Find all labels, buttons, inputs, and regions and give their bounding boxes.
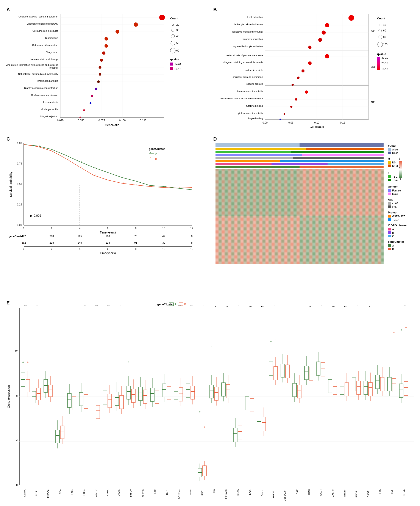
- legend-count-30: [171, 29, 174, 32]
- d-t34-box: [388, 179, 391, 181]
- svg-rect-414: [368, 382, 372, 396]
- svg-rect-382: [321, 363, 325, 376]
- heatmap-cells: [216, 169, 384, 264]
- b-legend-40-label: 40: [383, 24, 386, 27]
- svg-text:12: 12: [190, 247, 193, 251]
- svg-text:4: 4: [16, 439, 18, 442]
- svg-text:***: ***: [48, 305, 51, 308]
- svg-rect-410: [364, 381, 368, 394]
- dot-kegg-8: [99, 66, 101, 69]
- d-t12-label: T1-2: [392, 175, 398, 178]
- svg-rect-285: [186, 384, 190, 397]
- panel-d-label: D: [213, 136, 217, 142]
- svg-rect-265: [155, 390, 159, 404]
- b-y-label: external side of plasma membrane: [226, 54, 263, 57]
- d-male-label: Male: [392, 193, 398, 196]
- c-pvalue: p=0.002: [30, 214, 41, 217]
- svg-rect-370: [304, 366, 308, 380]
- legend-qvalue-1e9-label: 1e-09: [175, 63, 181, 66]
- svg-text:4: 4: [79, 227, 81, 230]
- dot-kegg-4: [105, 37, 108, 40]
- svg-text:***: ***: [131, 305, 134, 308]
- svg-text:NT5E: NT5E: [403, 489, 405, 495]
- svg-point-178: [23, 362, 24, 363]
- dot-kegg-2: [134, 22, 138, 27]
- e-legend-title: geneCluster: [157, 303, 173, 306]
- dot-kegg-5: [105, 44, 108, 48]
- d-age65-label: <=65: [392, 202, 398, 205]
- svg-rect-236: [115, 392, 119, 406]
- svg-rect-184: [37, 388, 40, 400]
- svg-rect-212: [79, 392, 83, 406]
- svg-text:ns: ns: [308, 305, 311, 308]
- svg-text:***: ***: [237, 305, 241, 308]
- d-tcga-label: TCGA: [392, 218, 399, 221]
- genecluster-a-bar: [216, 166, 300, 168]
- d-alive-box: [388, 148, 391, 151]
- svg-text:**: **: [274, 305, 276, 308]
- d-icdrg-title: ICDRG cluster: [388, 224, 407, 227]
- svg-text:CASP1: CASP1: [367, 489, 370, 497]
- svg-rect-192: [48, 385, 52, 397]
- svg-text:HMGB1: HMGB1: [272, 489, 275, 498]
- b-dot-8: [302, 69, 304, 73]
- svg-rect-303: [210, 385, 214, 398]
- svg-text:+: +: [95, 174, 96, 176]
- svg-text:ENTPD1: ENTPD1: [177, 489, 180, 499]
- panel-b-xaxis: GeneRatio: [310, 125, 324, 128]
- svg-rect-386: [328, 380, 332, 393]
- svg-text:10: 10: [162, 227, 165, 230]
- svg-rect-358: [286, 365, 289, 378]
- icdrg-a-bar: [216, 163, 271, 165]
- female-bar: [216, 154, 302, 156]
- c-legend-b: B: [155, 157, 157, 160]
- c-legend-title: geneCluster: [149, 147, 165, 151]
- svg-text:***: ***: [83, 305, 86, 308]
- c-table-a-0: 422: [21, 235, 26, 238]
- svg-text:NLRP3: NLRP3: [142, 489, 144, 497]
- c-xaxis: Time(years): [100, 231, 116, 234]
- svg-text:0.75: 0.75: [17, 162, 22, 165]
- svg-text:+: +: [81, 161, 82, 163]
- y-label: Leishmaniasis: [43, 101, 58, 103]
- svg-text:CD8B: CD8B: [118, 489, 121, 496]
- svg-rect-435: [399, 384, 403, 398]
- y-label: Rheumatoid arthritis: [37, 80, 58, 82]
- svg-text:ns: ns: [261, 305, 264, 308]
- b-legend-1e10: 1e-10: [381, 68, 388, 71]
- hm-region-2: [300, 169, 384, 216]
- b-y-label: specific granule: [247, 83, 263, 85]
- svg-text:10: 10: [162, 247, 165, 251]
- svg-text:2: 2: [51, 247, 52, 251]
- svg-rect-248: [131, 389, 135, 403]
- dot-kegg-1: [159, 15, 165, 20]
- svg-rect-362: [293, 383, 296, 397]
- legend-count-50-label: 50: [176, 42, 179, 45]
- svg-text:***: ***: [36, 305, 39, 308]
- svg-text:***: ***: [95, 305, 98, 308]
- y-label: Staphylococcus aureus infection: [24, 87, 58, 89]
- svg-rect-426: [387, 377, 391, 391]
- b-dot-15: [280, 119, 281, 120]
- b-legend-100: [378, 42, 383, 47]
- legend-qvalue-5e10: [170, 67, 173, 70]
- svg-rect-188: [44, 380, 48, 392]
- legend-count-title: Count: [170, 17, 178, 20]
- legend-count-20: [172, 24, 174, 26]
- svg-point-311: [211, 346, 212, 347]
- d-scale-minus5: -5: [399, 177, 401, 180]
- svg-rect-378: [316, 362, 320, 375]
- b-dot-10: [292, 84, 294, 86]
- y-label: Natural killer cell mediated cytotoxicit…: [18, 73, 58, 75]
- svg-text:+: +: [68, 154, 69, 156]
- b-dot-11: [305, 91, 308, 94]
- y-label: Graft-versus-host disease: [31, 94, 58, 96]
- svg-text:*: *: [72, 305, 73, 308]
- section-mf: MF: [371, 100, 375, 103]
- b-legend-2e10: 2e-10: [381, 62, 388, 65]
- c-table-a-12: 6: [191, 235, 193, 238]
- svg-text:CD8A: CD8A: [106, 489, 109, 496]
- b-legend-60: [379, 29, 382, 32]
- hm-region-1: [216, 169, 300, 216]
- panel-b-label: B: [213, 7, 217, 12]
